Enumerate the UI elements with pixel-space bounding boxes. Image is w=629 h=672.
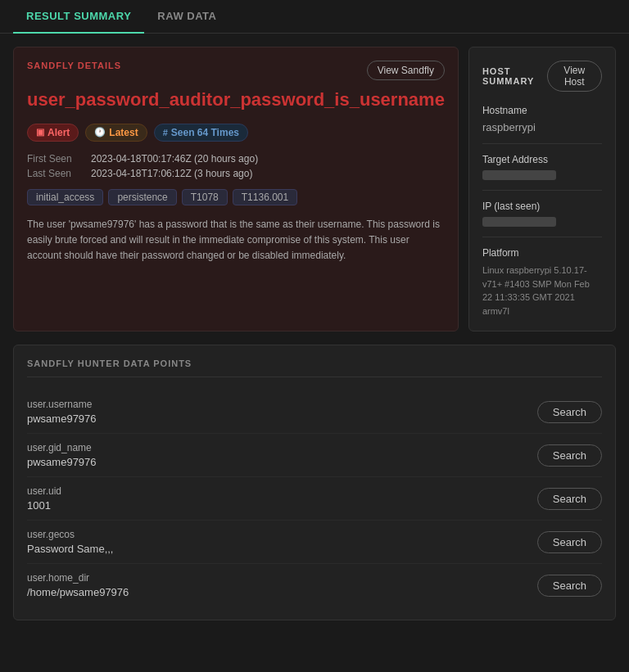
tag-persistence: persistence (108, 189, 176, 205)
data-points-title: SANDFLY HUNTER DATA POINTS (27, 359, 602, 377)
platform-value: Linux raspberrypi 5.10.17-v71+ #1403 SMP… (482, 264, 602, 318)
platform-section: Platform Linux raspberrypi 5.10.17-v71+ … (482, 247, 602, 318)
divider-2 (482, 190, 602, 191)
badge-alert-label: Alert (48, 127, 70, 138)
first-seen-label: First Seen (27, 153, 84, 165)
data-key-gecos-col: user.gecos Password Same,,, (27, 529, 114, 555)
tab-result-summary[interactable]: RESULT SUMMARY (13, 0, 144, 34)
ip-section: IP (last seen) (482, 201, 602, 227)
data-key-uid: user.uid (27, 485, 61, 497)
first-seen-row: First Seen 2023-04-18T00:17:46Z (20 hour… (27, 153, 445, 165)
sandfly-title: user_password_auditor_password_is_userna… (27, 88, 445, 112)
data-points-section: SANDFLY HUNTER DATA POINTS user.username… (13, 345, 616, 620)
badge-seen-label: Seen 64 Times (171, 127, 239, 138)
search-button-gecos[interactable]: Search (537, 531, 602, 553)
data-row-username: user.username pwsame97976 Search (27, 390, 602, 434)
tab-raw-data[interactable]: RAW DATA (144, 0, 229, 34)
sandfly-details-panel: SANDFLY DETAILS View Sandfly user_passwo… (13, 47, 459, 331)
data-key-uid-col: user.uid 1001 (27, 485, 61, 512)
target-address-label: Target Address (482, 154, 602, 165)
data-key-home-dir: user.home_dir (27, 572, 129, 584)
ip-label: IP (last seen) (482, 201, 602, 212)
data-key-home-dir-col: user.home_dir /home/pwsame97976 (27, 572, 129, 598)
tag-initial-access: initial_access (27, 189, 103, 205)
search-button-gid-name[interactable]: Search (537, 444, 602, 467)
data-val-username: pwsame97976 (27, 413, 97, 425)
target-address-redacted (482, 170, 556, 180)
badge-seen: # Seen 64 Times (154, 124, 248, 142)
timestamps: First Seen 2023-04-18T00:17:46Z (20 hour… (27, 153, 445, 179)
badge-alert: ▣ Alert (27, 124, 79, 142)
sandfly-tags: initial_access persistence T1078 T1136.0… (27, 189, 445, 205)
hostname-value: raspberrypi (482, 121, 602, 133)
data-val-uid: 1001 (27, 499, 61, 512)
clock-icon: 🕐 (94, 127, 106, 138)
sandfly-badges: ▣ Alert 🕐 Latest # Seen 64 Times (27, 124, 445, 142)
search-button-uid[interactable]: Search (537, 488, 602, 510)
view-host-button[interactable]: View Host (547, 61, 602, 92)
data-val-home-dir: /home/pwsame97976 (27, 586, 129, 598)
sandfly-section-label: SANDFLY DETAILS (27, 61, 121, 70)
host-section-label: HOST SUMMARY (482, 66, 547, 86)
data-key-gid-name: user.gid_name (27, 442, 97, 453)
first-seen-value: 2023-04-18T00:17:46Z (20 hours ago) (91, 153, 258, 165)
divider-3 (482, 237, 602, 237)
data-key-username: user.username (27, 399, 97, 410)
data-key-gecos: user.gecos (27, 529, 114, 540)
last-seen-value: 2023-04-18T17:06:12Z (3 hours ago) (91, 168, 252, 179)
tag-t1136: T1136.001 (233, 189, 297, 205)
view-sandfly-button[interactable]: View Sandfly (367, 61, 445, 80)
data-key-gid-name-col: user.gid_name pwsame97976 (27, 442, 97, 468)
data-val-gecos: Password Same,,, (27, 543, 114, 555)
divider-1 (482, 143, 602, 144)
data-row-uid: user.uid 1001 Search (27, 477, 602, 521)
data-row-gid-name: user.gid_name pwsame97976 Search (27, 434, 602, 477)
main-content: SANDFLY DETAILS View Sandfly user_passwo… (0, 34, 629, 345)
badge-latest-label: Latest (109, 127, 138, 138)
hostname-label: Hostname (482, 105, 602, 116)
tag-t1078: T1078 (182, 189, 228, 205)
sandfly-panel-header: SANDFLY DETAILS View Sandfly (27, 61, 445, 80)
ip-redacted (482, 217, 556, 227)
alert-icon: ▣ (36, 127, 44, 138)
hash-icon: # (163, 128, 168, 138)
data-row-home-dir: user.home_dir /home/pwsame97976 Search (27, 564, 602, 607)
data-key-username-col: user.username pwsame97976 (27, 399, 97, 425)
tab-bar: RESULT SUMMARY RAW DATA (0, 0, 629, 34)
last-seen-row: Last Seen 2023-04-18T17:06:12Z (3 hours … (27, 168, 445, 179)
search-button-home-dir[interactable]: Search (537, 575, 602, 597)
data-row-gecos: user.gecos Password Same,,, Search (27, 521, 602, 564)
sandfly-description: The user 'pwsame97976' has a password th… (27, 217, 445, 264)
badge-latest: 🕐 Latest (85, 124, 147, 142)
host-summary-panel: HOST SUMMARY View Host Hostname raspberr… (468, 47, 616, 331)
platform-label: Platform (482, 247, 602, 259)
target-address-section: Target Address (482, 154, 602, 180)
hostname-section: Hostname raspberrypi (482, 105, 602, 133)
data-val-gid-name: pwsame97976 (27, 456, 97, 468)
search-button-username[interactable]: Search (537, 401, 602, 423)
last-seen-label: Last Seen (27, 168, 84, 179)
host-panel-header: HOST SUMMARY View Host (482, 61, 602, 92)
